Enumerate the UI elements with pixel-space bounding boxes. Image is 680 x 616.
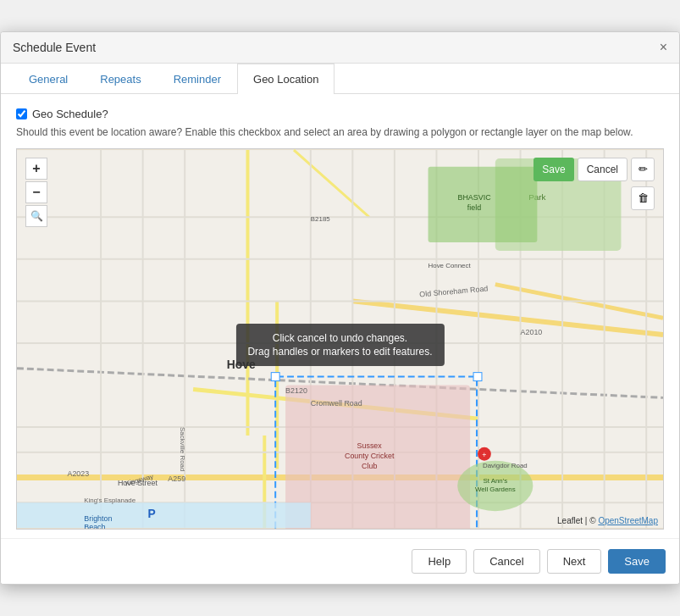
map-attribution: Leaflet | © OpenStreetMap [557, 516, 658, 525]
help-button[interactable]: Help [412, 549, 467, 574]
svg-rect-44 [473, 373, 482, 381]
search-map-button[interactable]: 🔍 [25, 205, 47, 227]
svg-text:Club: Club [362, 461, 377, 469]
tab-general[interactable]: General [13, 64, 84, 94]
tab-geo-location[interactable]: Geo Location [237, 64, 334, 94]
map-cancel-button[interactable]: Cancel [578, 158, 627, 181]
map-edit-tooltip: Click cancel to undo changes. Drag handl… [235, 324, 444, 366]
svg-text:A259: A259 [168, 474, 185, 483]
geo-schedule-row: Geo Schedule? [16, 108, 664, 120]
tooltip-line1: Click cancel to undo changes. [247, 332, 432, 344]
tab-repeats[interactable]: Repeats [84, 64, 157, 94]
svg-rect-50 [17, 502, 311, 528]
leaflet-label: Leaflet [557, 516, 583, 525]
svg-text:A2023: A2023 [67, 469, 89, 477]
svg-rect-43 [271, 373, 279, 381]
svg-text:BHASVIC: BHASVIC [457, 193, 491, 202]
zoom-in-button[interactable]: + [25, 158, 47, 180]
svg-rect-34 [428, 167, 538, 242]
save-button[interactable]: Save [608, 549, 666, 574]
dialog-title: Schedule Event [13, 41, 96, 54]
svg-text:P: P [148, 507, 156, 520]
tab-content: Geo Schedule? Should this event be locat… [1, 94, 679, 538]
svg-text:St Ann's: St Ann's [483, 477, 507, 485]
next-button[interactable]: Next [547, 549, 602, 574]
map-save-cancel-controls: Save Cancel ✏ [533, 158, 655, 181]
svg-text:Davigdor Road: Davigdor Road [483, 461, 528, 469]
osm-link[interactable]: OpenStreetMap [598, 516, 658, 525]
cancel-button[interactable]: Cancel [473, 549, 539, 574]
dialog-header: Schedule Event × [1, 32, 679, 64]
close-button[interactable]: × [660, 41, 667, 54]
svg-text:A2010: A2010 [521, 328, 543, 336]
dialog-footer: Help Cancel Next Save [1, 538, 679, 584]
tab-reminder[interactable]: Reminder [158, 64, 237, 94]
svg-text:B2120: B2120 [285, 386, 307, 395]
zoom-out-button[interactable]: − [25, 181, 47, 203]
map-container: Park BHASVIC field Hove Sussex County Cr… [16, 148, 664, 530]
svg-text:Sackville Road: Sackville Road [179, 427, 186, 471]
geo-description: Should this event be location aware? Ena… [16, 125, 664, 140]
svg-text:Cromwell Road: Cromwell Road [311, 399, 362, 408]
svg-text:field: field [467, 203, 481, 212]
svg-text:Well Gardens: Well Gardens [475, 486, 516, 493]
svg-text:Hove Connect: Hove Connect [428, 262, 472, 269]
geo-schedule-checkbox[interactable] [16, 108, 27, 119]
map-controls: + − 🔍 [25, 158, 47, 227]
svg-text:+: + [482, 451, 486, 459]
svg-text:B2185: B2185 [311, 215, 330, 223]
svg-text:Beach: Beach [84, 523, 105, 529]
map-delete-button[interactable]: 🗑 [631, 186, 655, 210]
svg-text:Sussex: Sussex [357, 441, 383, 450]
map-save-button[interactable]: Save [533, 158, 573, 181]
geo-schedule-label: Geo Schedule? [32, 108, 108, 120]
schedule-event-dialog: Schedule Event × General Repeats Reminde… [0, 31, 680, 585]
map-edit-button[interactable]: ✏ [631, 158, 655, 181]
svg-text:King's Esplanade: King's Esplanade [84, 497, 135, 504]
tooltip-line2: Drag handles or markers to edit features… [247, 346, 432, 358]
svg-text:Brighton: Brighton [84, 514, 112, 523]
tab-bar: General Repeats Reminder Geo Location [1, 64, 679, 94]
svg-text:County Cricket: County Cricket [345, 452, 395, 460]
